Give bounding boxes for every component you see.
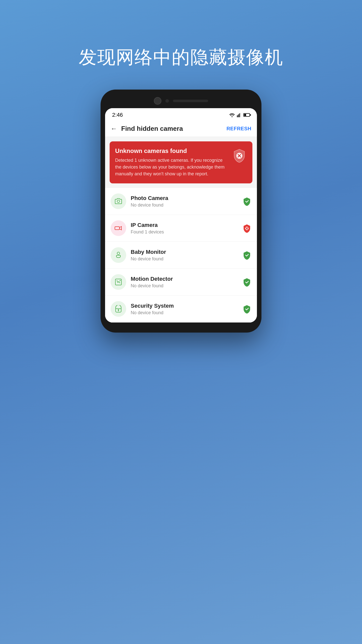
photo-camera-icon: [115, 198, 122, 205]
alert-banner: Unknown cameras found Detected 1 unknown…: [110, 141, 252, 183]
security-system-info: Security System No device found: [131, 303, 238, 315]
security-system-icon-wrap: [111, 301, 126, 317]
baby-monitor-status: No device found: [131, 256, 238, 262]
alert-text: Unknown cameras found Detected 1 unknown…: [115, 147, 228, 177]
device-item-baby-monitor[interactable]: Baby Monitor No device found: [105, 242, 257, 269]
top-nav: ← Find hidden camera REFRESH: [105, 121, 257, 137]
device-item-security-system[interactable]: Security System No device found: [105, 296, 257, 323]
status-time: 2:46: [112, 112, 123, 118]
phone-mockup: 2:46: [101, 90, 261, 333]
device-list: Photo Camera No device found IP Ca: [105, 188, 257, 323]
device-item-ip-camera[interactable]: IP Camera Found 1 devices: [105, 215, 257, 242]
baby-monitor-status-icon: [242, 251, 251, 260]
status-bar: 2:46: [105, 108, 257, 121]
back-button[interactable]: ←: [111, 125, 117, 133]
motion-detector-icon-wrap: [111, 274, 126, 290]
svg-point-15: [120, 280, 121, 281]
baby-monitor-icon: [115, 251, 122, 259]
ip-camera-icon-wrap: [111, 220, 126, 236]
ip-camera-status: Found 1 devices: [131, 229, 238, 235]
photo-camera-icon-wrap: [111, 193, 126, 209]
hero-title: 发现网络中的隐藏摄像机: [79, 45, 283, 69]
svg-rect-8: [115, 227, 119, 230]
alert-title: Unknown cameras found: [115, 147, 228, 154]
battery-icon: [243, 113, 250, 117]
baby-monitor-info: Baby Monitor No device found: [131, 249, 238, 262]
device-item-photo-camera[interactable]: Photo Camera No device found: [105, 188, 257, 215]
security-system-icon: [115, 305, 122, 313]
svg-rect-0: [237, 115, 238, 117]
photo-camera-status: No device found: [131, 203, 238, 208]
photo-camera-name: Photo Camera: [131, 195, 238, 202]
device-item-motion-detector[interactable]: Motion Detector No device found: [105, 269, 257, 296]
security-system-name: Security System: [131, 303, 238, 309]
ip-camera-status-icon: [242, 224, 251, 233]
ip-camera-name: IP Camera: [131, 222, 238, 228]
alert-description: Detected 1 unknown active cameras. If yo…: [115, 157, 228, 177]
photo-camera-status-icon: [242, 197, 251, 206]
phone-camera: [154, 97, 161, 105]
ip-camera-icon: [114, 225, 122, 231]
phone-screen: 2:46: [105, 108, 257, 323]
baby-monitor-name: Baby Monitor: [131, 249, 238, 255]
motion-detector-status-icon: [242, 277, 251, 287]
refresh-button[interactable]: REFRESH: [227, 126, 251, 132]
svg-point-7: [117, 200, 120, 203]
signal-icon: [237, 113, 241, 117]
svg-rect-3: [240, 113, 241, 117]
phone-speaker: [173, 100, 208, 102]
security-system-status: No device found: [131, 310, 238, 315]
alert-shield-icon: [232, 148, 247, 164]
wifi-icon: [229, 113, 235, 117]
phone-top-bar: [105, 97, 257, 105]
svg-point-12: [117, 252, 120, 255]
baby-monitor-icon-wrap: [111, 247, 126, 263]
page-title: Find hidden camera: [121, 125, 227, 133]
svg-rect-2: [239, 113, 240, 117]
phone-sensor: [165, 99, 169, 103]
security-system-status-icon: [242, 304, 251, 313]
photo-camera-info: Photo Camera No device found: [131, 195, 238, 208]
motion-detector-status: No device found: [131, 283, 238, 289]
svg-rect-1: [238, 114, 239, 117]
status-icons: [229, 113, 250, 117]
ip-camera-info: IP Camera Found 1 devices: [131, 222, 238, 235]
motion-detector-name: Motion Detector: [131, 276, 238, 282]
motion-detector-info: Motion Detector No device found: [131, 276, 238, 289]
motion-detector-icon: [115, 278, 122, 286]
